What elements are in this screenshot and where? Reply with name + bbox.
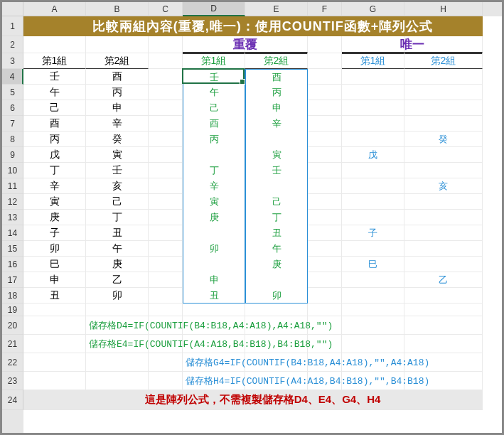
cell-B8[interactable]: 癸 (86, 131, 149, 147)
cell-B2[interactable] (86, 36, 149, 53)
cell-D8[interactable]: 丙 (183, 131, 245, 147)
cell-A5[interactable]: 午 (23, 85, 86, 100)
cell-C7[interactable] (149, 116, 183, 131)
cell-C15[interactable] (149, 241, 183, 257)
cell-G11[interactable] (342, 178, 404, 194)
cell-B16[interactable]: 庚 (86, 257, 149, 272)
cell-C14[interactable] (149, 225, 183, 241)
cell-E15[interactable]: 午 (245, 241, 308, 257)
cell-B7[interactable]: 辛 (86, 116, 149, 131)
row-header-8[interactable]: 8 (2, 131, 23, 147)
cell-H13[interactable] (404, 210, 483, 225)
cell-H9[interactable] (404, 147, 483, 163)
cell-B15[interactable]: 午 (86, 241, 149, 257)
cell-H20[interactable] (404, 316, 483, 335)
cell-B22[interactable] (86, 353, 149, 372)
cell-A14[interactable]: 子 (23, 225, 86, 241)
cell-D13[interactable]: 庚 (183, 210, 245, 225)
cell-B14[interactable]: 丑 (86, 225, 149, 241)
cell-E11[interactable] (245, 178, 308, 194)
cell-D15[interactable]: 卯 (183, 241, 245, 257)
cell-B18[interactable]: 卯 (86, 288, 149, 304)
cell-F5[interactable] (308, 85, 342, 100)
row-header-13[interactable]: 13 (2, 210, 23, 225)
cell-D9[interactable] (183, 147, 245, 163)
cell-B4[interactable]: 酉 (86, 69, 149, 85)
cell-H12[interactable] (404, 194, 483, 210)
cell-D11[interactable]: 辛 (183, 178, 245, 194)
row-header-21[interactable]: 21 (2, 335, 23, 353)
row-header-14[interactable]: 14 (2, 225, 23, 241)
cell-H17[interactable]: 乙 (404, 272, 483, 288)
row-header-11[interactable]: 11 (2, 178, 23, 194)
row-header-10[interactable]: 10 (2, 163, 23, 178)
cell-C4[interactable] (149, 69, 183, 85)
cell-H15[interactable] (404, 241, 483, 257)
cell-H5[interactable] (404, 85, 483, 100)
cell-B9[interactable]: 寅 (86, 147, 149, 163)
cell-A11[interactable]: 辛 (23, 178, 86, 194)
cell-C16[interactable] (149, 257, 183, 272)
cell-F13[interactable] (308, 210, 342, 225)
cell-H4[interactable] (404, 69, 483, 85)
cell-F12[interactable] (308, 194, 342, 210)
column-header-D[interactable]: D (183, 2, 245, 16)
cell-A15[interactable]: 卯 (23, 241, 86, 257)
cell-E3[interactable]: 第2組 (245, 53, 308, 69)
cell-B17[interactable]: 乙 (86, 272, 149, 288)
cell-A18[interactable]: 丑 (23, 288, 86, 304)
cell-C3[interactable] (149, 53, 183, 69)
cell-G12[interactable] (342, 194, 404, 210)
cell-C19[interactable] (149, 304, 183, 316)
cell-D10[interactable]: 丁 (183, 163, 245, 178)
cell-D5[interactable]: 午 (183, 85, 245, 100)
cell-D3[interactable]: 第1組 (183, 53, 245, 69)
row-header-3[interactable]: 3 (2, 53, 23, 69)
cell-E5[interactable]: 丙 (245, 85, 308, 100)
cell-C13[interactable] (149, 210, 183, 225)
cell-G20[interactable] (342, 316, 404, 335)
cell-B23[interactable] (86, 372, 149, 390)
cell-F6[interactable] (308, 100, 342, 116)
cell-G17[interactable] (342, 272, 404, 288)
row-header-15[interactable]: 15 (2, 241, 23, 257)
cell-B5[interactable]: 丙 (86, 85, 149, 100)
cell-C22[interactable] (149, 353, 183, 372)
cell-G9[interactable]: 戊 (342, 147, 404, 163)
cell-D12[interactable]: 寅 (183, 194, 245, 210)
cell-F16[interactable] (308, 257, 342, 272)
cell-G10[interactable] (342, 163, 404, 178)
cell-A19[interactable] (23, 304, 86, 316)
cell-C6[interactable] (149, 100, 183, 116)
row-header-24[interactable]: 24 (2, 390, 23, 410)
cell-C10[interactable] (149, 163, 183, 178)
cell-A8[interactable]: 丙 (23, 131, 86, 147)
cell-G7[interactable] (342, 116, 404, 131)
cell-G19[interactable] (342, 304, 404, 316)
cell-C2[interactable] (149, 36, 183, 53)
cell-A16[interactable]: 巳 (23, 257, 86, 272)
cell-B3[interactable]: 第2組 (86, 53, 149, 69)
cell-C18[interactable] (149, 288, 183, 304)
cell-G14[interactable]: 子 (342, 225, 404, 241)
cell-G13[interactable] (342, 210, 404, 225)
cell-H21[interactable] (404, 335, 483, 353)
cell-A12[interactable]: 寅 (23, 194, 86, 210)
column-header-F[interactable]: F (308, 2, 342, 16)
cell-E18[interactable]: 卯 (245, 288, 308, 304)
row-header-22[interactable]: 22 (2, 353, 23, 372)
cell-C5[interactable] (149, 85, 183, 100)
cell-B19[interactable] (86, 304, 149, 316)
cell-C9[interactable] (149, 147, 183, 163)
row-header-12[interactable]: 12 (2, 194, 23, 210)
cell-B11[interactable]: 亥 (86, 178, 149, 194)
cell-F19[interactable] (308, 304, 342, 316)
cell-G21[interactable] (342, 335, 404, 353)
row-header-17[interactable]: 17 (2, 272, 23, 288)
cell-F8[interactable] (308, 131, 342, 147)
cell-F11[interactable] (308, 178, 342, 194)
column-header-C[interactable]: C (149, 2, 183, 16)
cell-C23[interactable] (149, 372, 183, 390)
cell-D7[interactable]: 酉 (183, 116, 245, 131)
row-header-1[interactable]: 1 (2, 16, 23, 36)
